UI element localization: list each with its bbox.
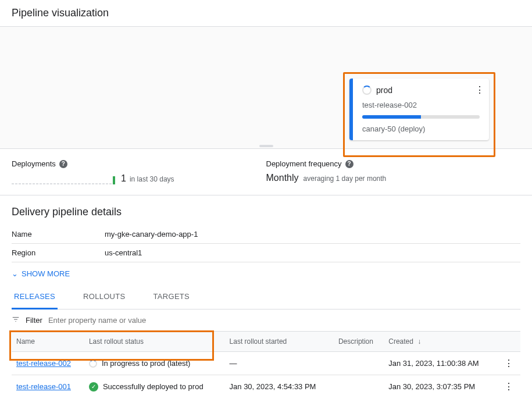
page-title: Pipeline visualization xyxy=(0,0,532,27)
col-created-label: Created xyxy=(388,337,413,346)
target-release-name: test-release-002 xyxy=(362,101,480,109)
chevron-down-icon: ⌄ xyxy=(12,269,18,278)
phase-label: canary-50 (deploy) xyxy=(362,124,480,133)
help-icon[interactable]: ? xyxy=(59,160,67,168)
col-created[interactable]: Created ↓ xyxy=(384,332,497,352)
detail-key: Region xyxy=(12,248,105,257)
target-name: prod xyxy=(376,86,392,95)
col-actions xyxy=(497,332,520,352)
details-section: Delivery pipeline details Name my-gke-ca… xyxy=(0,195,532,285)
progress-bar xyxy=(362,115,480,119)
highlight-annotation: prod ⋮ test-release-002 canary-50 (deplo… xyxy=(343,72,495,157)
created-cell: Jan 31, 2023, 11:00:38 AM xyxy=(384,352,497,375)
target-card-prod[interactable]: prod ⋮ test-release-002 canary-50 (deplo… xyxy=(349,79,489,140)
show-more-label: SHOW MORE xyxy=(22,269,70,278)
pipeline-visualization-canvas: prod ⋮ test-release-002 canary-50 (deplo… xyxy=(0,27,532,149)
col-started[interactable]: Last rollout started xyxy=(225,332,334,352)
row-menu-button[interactable]: ⋮ xyxy=(497,375,520,396)
table-row: test-release-001 ✓ Successfully deployed… xyxy=(12,375,520,396)
description-cell xyxy=(334,375,384,396)
details-title: Delivery pipeline details xyxy=(12,206,520,218)
deployments-stat: Deployments ? 1 in last 30 days xyxy=(12,159,266,184)
table-row: test-release-002 In progress to prod (la… xyxy=(12,352,520,375)
tab-rollouts[interactable]: ROLLOUTS xyxy=(81,285,127,309)
created-cell: Jan 30, 2023, 3:07:35 PM xyxy=(384,375,497,396)
filter-input[interactable] xyxy=(48,316,520,325)
sort-down-icon: ↓ xyxy=(417,337,421,346)
tab-releases[interactable]: RELEASES xyxy=(12,285,58,309)
filter-label: Filter xyxy=(26,316,42,325)
show-more-button[interactable]: ⌄ SHOW MORE xyxy=(12,262,520,285)
detail-row-name: Name my-gke-canary-demo-app-1 xyxy=(12,225,520,244)
col-description[interactable]: Description xyxy=(334,332,384,352)
started-cell: Jan 30, 2023, 4:54:33 PM xyxy=(225,375,334,396)
tabs: RELEASES ROLLOUTS TARGETS xyxy=(12,285,520,309)
release-link[interactable]: test-release-001 xyxy=(16,382,71,391)
col-name[interactable]: Name xyxy=(12,332,84,352)
deployments-count: 1 xyxy=(121,173,126,184)
releases-table: Name Last rollout status Last rollout st… xyxy=(12,331,520,395)
check-icon: ✓ xyxy=(89,382,98,392)
deployments-sparkline xyxy=(12,173,115,184)
help-icon[interactable]: ? xyxy=(345,160,354,168)
deployments-label: Deployments xyxy=(12,159,56,168)
resize-handle[interactable] xyxy=(259,145,273,147)
status-text: In progress to prod (latest) xyxy=(102,359,190,368)
tab-targets[interactable]: TARGETS xyxy=(151,285,192,309)
detail-key: Name xyxy=(12,230,105,239)
col-status[interactable]: Last rollout status xyxy=(84,332,225,352)
description-cell xyxy=(334,352,384,375)
deployments-period: in last 30 days xyxy=(130,175,174,183)
filter-bar: Filter xyxy=(0,309,532,331)
more-actions-icon[interactable]: ⋮ xyxy=(475,84,484,95)
detail-row-region: Region us-central1 xyxy=(12,244,520,262)
frequency-subtext: averaging 1 day per month xyxy=(304,175,387,183)
detail-value: my-gke-canary-demo-app-1 xyxy=(105,230,198,239)
spinner-icon xyxy=(89,360,97,368)
releases-table-wrap: Name Last rollout status Last rollout st… xyxy=(12,331,520,395)
started-cell: — xyxy=(225,352,334,375)
status-text: Successfully deployed to prod xyxy=(103,382,203,391)
spinner-icon xyxy=(362,86,372,95)
frequency-label: Deployment frequency xyxy=(266,159,342,168)
frequency-stat: Deployment frequency ? Monthly averaging… xyxy=(266,159,521,184)
frequency-value: Monthly xyxy=(266,173,299,183)
progress-fill xyxy=(362,115,421,119)
release-link[interactable]: test-release-002 xyxy=(16,359,71,368)
row-menu-button[interactable]: ⋮ xyxy=(497,352,520,375)
detail-value: us-central1 xyxy=(105,248,142,257)
filter-icon xyxy=(12,315,20,325)
